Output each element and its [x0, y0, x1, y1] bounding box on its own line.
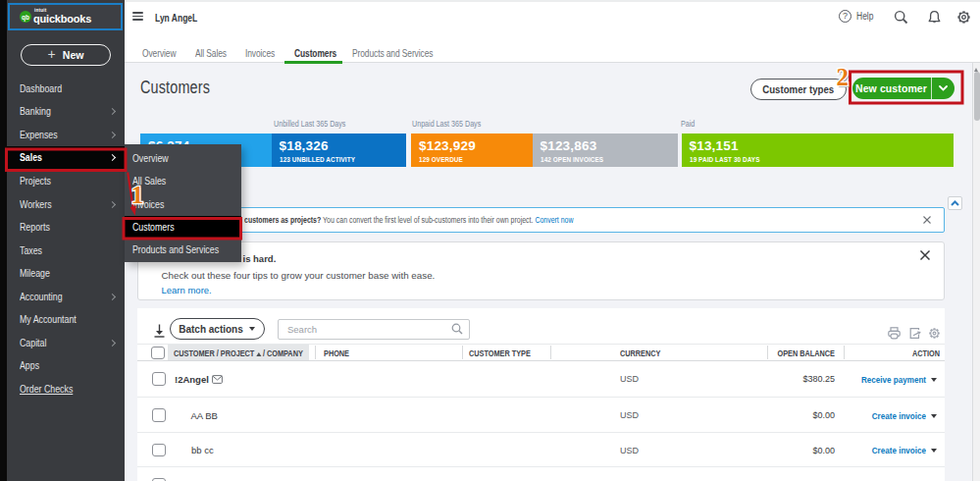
hamburger-bar	[132, 16, 143, 18]
sales-flyout-menu: Overview All Sales Invoices Customers Pr…	[125, 144, 241, 262]
row-action-link[interactable]: Create invoice	[823, 445, 926, 455]
moneybar-segment-overdue[interactable]: $123,929 129 OVERDUE	[411, 134, 533, 167]
flyout-item-label: Products and Services	[132, 244, 219, 255]
new-customer-button[interactable]: New customer	[852, 78, 931, 99]
flyout-item-label: Invoices	[132, 199, 164, 210]
table-row[interactable]: !2Angel USD $380.25 Receive payment	[137, 361, 945, 398]
new-button[interactable]: + New	[21, 44, 111, 66]
batch-actions-button[interactable]: Batch actions	[170, 318, 265, 340]
close-icon[interactable]	[919, 249, 931, 261]
scrollbar-track[interactable]	[972, 63, 980, 481]
print-icon[interactable]	[888, 327, 901, 340]
row-currency: USD	[620, 410, 639, 420]
sidebar-item-expenses[interactable]: Expenses	[7, 124, 125, 147]
notifications-bell-icon[interactable]	[927, 10, 942, 25]
envelope-icon	[212, 375, 223, 384]
moneybar-segment-paid[interactable]: $13,151 19 PAID LAST 30 DAYS	[682, 134, 954, 167]
qb-logo-icon: qb	[20, 11, 31, 23]
table-settings-gear-icon[interactable]	[928, 327, 941, 340]
customer-types-button[interactable]: Customer types	[750, 79, 847, 101]
caret-down-icon[interactable]	[931, 414, 937, 418]
chevron-right-icon	[109, 132, 116, 138]
tab-customers[interactable]: Customers	[294, 47, 336, 59]
sidebar-item-workers[interactable]: Workers	[7, 192, 125, 216]
export-icon[interactable]	[909, 327, 922, 340]
customer-name-link[interactable]: !2Angel	[175, 374, 209, 385]
collapse-moneybar-button[interactable]	[948, 196, 962, 210]
sidebar-item-capital[interactable]: Capital	[7, 332, 125, 355]
learn-more-link[interactable]: Learn more.	[162, 285, 212, 295]
projects-banner-bold: customers as projects?	[244, 215, 321, 225]
flyout-item-overview[interactable]: Overview	[125, 147, 241, 170]
sidebar-item-apps[interactable]: Apps	[7, 354, 125, 378]
flyout-item-products-services[interactable]: Products and Services	[125, 239, 241, 261]
sidebar-item-label: Projects	[20, 176, 51, 187]
tab-products-services[interactable]: Products and Services	[352, 47, 433, 59]
sort-icon[interactable]	[154, 324, 165, 338]
sidebar-item-mileage[interactable]: Mileage	[7, 262, 125, 286]
search-icon[interactable]	[894, 10, 908, 25]
scrollbar-thumb[interactable]	[974, 72, 980, 121]
customer-name-link[interactable]: AA BB	[191, 410, 218, 421]
column-header-open-balance[interactable]: OPEN BALANCE	[750, 348, 835, 358]
row-checkbox[interactable]	[152, 408, 166, 422]
column-header-customer[interactable]: CUSTOMER / PROJECT/ COMPANY	[174, 348, 303, 358]
column-divider	[462, 346, 463, 359]
select-all-checkbox[interactable]	[151, 347, 165, 360]
row-checkbox[interactable]	[152, 444, 166, 457]
caret-down-icon[interactable]	[931, 449, 937, 453]
flyout-item-all-sales[interactable]: All Sales	[125, 170, 241, 192]
settings-gear-icon[interactable]	[956, 10, 971, 25]
moneybar-label-paid: Paid	[681, 119, 695, 129]
flyout-item-label: All Sales	[132, 176, 166, 187]
column-header-phone[interactable]: PHONE	[324, 348, 349, 358]
row-action-link[interactable]: Receive payment	[823, 374, 926, 385]
row-balance: $380.25	[737, 374, 835, 384]
column-header-action[interactable]: ACTION	[855, 348, 940, 358]
search-input[interactable]	[287, 324, 451, 335]
flyout-item-label: Overview	[132, 153, 169, 164]
chevron-right-icon	[109, 200, 116, 207]
row-currency: USD	[620, 374, 639, 384]
sidebar-item-banking[interactable]: Banking	[7, 100, 125, 124]
sidebar-item-taxes[interactable]: Taxes	[7, 239, 125, 262]
sidebar-item-label: Accounting	[20, 292, 63, 302]
flyout-item-invoices[interactable]: Invoices	[125, 192, 241, 215]
tab-all-sales[interactable]: All Sales	[195, 47, 227, 59]
hamburger-menu-icon[interactable]	[132, 12, 143, 21]
moneybar-segment-unbilled[interactable]: $18,326 123 UNBILLED ACTIVITY	[272, 134, 407, 167]
sidebar-item-label: Mileage	[20, 268, 50, 279]
row-action-link[interactable]: Create invoice	[823, 410, 926, 421]
caret-down-icon[interactable]	[931, 378, 937, 382]
tab-invoices[interactable]: Invoices	[245, 47, 275, 59]
convert-now-link[interactable]: Convert now	[535, 215, 573, 225]
sidebar-item-reports[interactable]: Reports	[7, 216, 125, 240]
column-header-currency[interactable]: CURRENCY	[620, 348, 660, 358]
sidebar-item-accounting[interactable]: Accounting	[7, 285, 125, 308]
close-icon[interactable]	[920, 213, 934, 227]
tab-overview[interactable]: Overview	[142, 47, 176, 59]
table-row[interactable]: AA BB USD $0.00 Create invoice	[137, 398, 945, 433]
tips-body: Check out these four tips to grow your c…	[162, 270, 436, 281]
column-divider	[315, 346, 316, 359]
moneybar-segment-open-invoices[interactable]: $123,863 142 OPEN INVOICES	[533, 134, 678, 167]
new-customer-split-button[interactable]: New customer	[852, 78, 954, 99]
table-row[interactable]	[137, 467, 945, 481]
sidebar-item-my-accountant[interactable]: My Accountant	[7, 308, 125, 332]
flyout-item-customers[interactable]: Customers	[125, 216, 241, 239]
sidebar-item-order-checks[interactable]: Order Checks	[7, 378, 125, 401]
sidebar-item-dashboard[interactable]: Dashboard	[7, 78, 125, 101]
column-header-customer-type[interactable]: CUSTOMER TYPE	[469, 348, 531, 358]
sidebar-item-projects[interactable]: Projects	[7, 170, 125, 193]
quickbooks-logo[interactable]: qb intuit quickbooks	[8, 3, 123, 30]
help-button[interactable]: ? Help	[839, 10, 877, 23]
new-customer-dropdown-button[interactable]	[931, 78, 954, 99]
table-row[interactable]: bb cc USD $0.00 Create invoice	[137, 433, 945, 468]
caret-down-icon	[249, 327, 255, 331]
row-checkbox[interactable]	[152, 372, 166, 386]
sidebar-item-sales[interactable]: Sales	[7, 146, 125, 170]
search-icon	[451, 323, 463, 335]
customer-name-link[interactable]: bb cc	[191, 445, 214, 455]
row-currency: USD	[620, 446, 639, 455]
sidebar-item-label: Sales	[20, 152, 42, 163]
